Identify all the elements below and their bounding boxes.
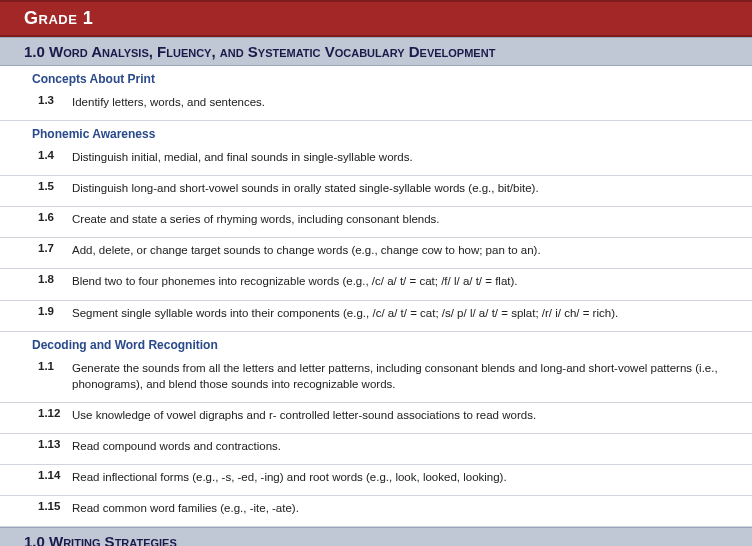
standard-row: 1.4 Distinguish initial, medial, and fin… xyxy=(0,145,752,176)
standard-number: 1.13 xyxy=(38,438,72,450)
grade-header: Grade 1 xyxy=(0,0,752,37)
standard-row: 1.1 Generate the sounds from all the let… xyxy=(0,356,752,403)
subsection-title: Decoding and Word Recognition xyxy=(0,332,752,356)
standard-row: 1.14 Read inflectional forms (e.g., -s, … xyxy=(0,465,752,496)
standard-text: Add, delete, or change target sounds to … xyxy=(72,242,742,258)
section-heading: 1.0 Word Analysis, Fluency, and Systemat… xyxy=(0,37,752,66)
standard-row: 1.15 Read common word families (e.g., -i… xyxy=(0,496,752,527)
standard-number: 1.3 xyxy=(38,94,72,106)
standard-number: 1.5 xyxy=(38,180,72,192)
standard-row: 1.12 Use knowledge of vowel digraphs and… xyxy=(0,403,752,434)
standard-number: 1.4 xyxy=(38,149,72,161)
standard-text: Distinguish initial, medial, and final s… xyxy=(72,149,742,165)
standard-row: 1.6 Create and state a series of rhyming… xyxy=(0,207,752,238)
standard-text: Create and state a series of rhyming wor… xyxy=(72,211,742,227)
standard-number: 1.12 xyxy=(38,407,72,419)
standard-text: Distinguish long-and short-vowel sounds … xyxy=(72,180,742,196)
standard-row: 1.3 Identify letters, words, and sentenc… xyxy=(0,90,752,121)
standard-row: 1.7 Add, delete, or change target sounds… xyxy=(0,238,752,269)
standard-text: Read inflectional forms (e.g., -s, -ed, … xyxy=(72,469,742,485)
standard-number: 1.8 xyxy=(38,273,72,285)
standard-row: 1.8 Blend two to four phonemes into reco… xyxy=(0,269,752,300)
standard-number: 1.14 xyxy=(38,469,72,481)
standard-row: 1.13 Read compound words and contraction… xyxy=(0,434,752,465)
standard-text: Generate the sounds from all the letters… xyxy=(72,360,742,392)
subsection-title: Concepts About Print xyxy=(0,66,752,90)
standard-text: Use knowledge of vowel digraphs and r- c… xyxy=(72,407,742,423)
standard-number: 1.6 xyxy=(38,211,72,223)
standard-row: 1.5 Distinguish long-and short-vowel sou… xyxy=(0,176,752,207)
standard-number: 1.15 xyxy=(38,500,72,512)
standard-text: Blend two to four phonemes into recogniz… xyxy=(72,273,742,289)
standard-text: Segment single syllable words into their… xyxy=(72,305,742,321)
standard-number: 1.7 xyxy=(38,242,72,254)
section-heading: 1.0 Writing Strategies xyxy=(0,527,752,546)
standard-text: Read common word families (e.g., -ite, -… xyxy=(72,500,742,516)
standard-row: 1.9 Segment single syllable words into t… xyxy=(0,301,752,332)
standard-number: 1.1 xyxy=(38,360,72,372)
standard-text: Identify letters, words, and sentences. xyxy=(72,94,742,110)
standard-text: Read compound words and contractions. xyxy=(72,438,742,454)
subsection-title: Phonemic Awareness xyxy=(0,121,752,145)
standard-number: 1.9 xyxy=(38,305,72,317)
